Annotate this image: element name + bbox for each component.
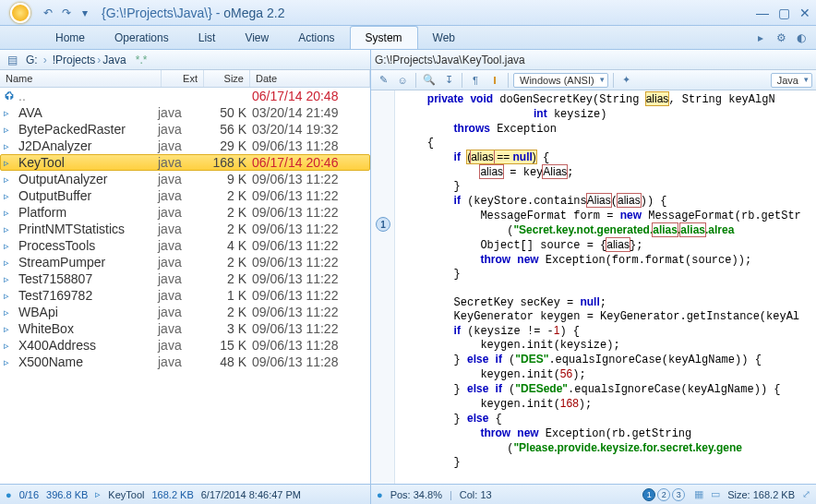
col-ext[interactable]: Ext [162, 70, 204, 87]
view-badge-3[interactable]: 3 [672, 488, 685, 501]
file-size: 2 K [200, 271, 246, 286]
file-size: 168 K [200, 155, 246, 170]
file-size: 56 K [200, 122, 246, 137]
new-tab-icon[interactable]: ▸ [753, 30, 768, 45]
file-date: 03/20/14 21:49 [246, 105, 366, 120]
status-thumb-icon[interactable]: ▦ [694, 488, 703, 500]
undo-icon[interactable]: ↶ [41, 6, 55, 20]
file-date: 09/06/13 11:22 [246, 205, 366, 220]
toolbox-icon[interactable]: ⚙ [774, 30, 788, 45]
tab-web[interactable]: Web [418, 26, 470, 49]
file-ext: java [158, 238, 200, 253]
file-date: 09/06/13 11:28 [246, 338, 366, 353]
file-ext: java [158, 105, 200, 120]
file-size: 2 K [200, 222, 246, 236]
file-row[interactable]: ▹WhiteBoxjava3 K09/06/13 11:22 [0, 320, 370, 337]
file-row[interactable]: ▹KeyTooljava168 K06/17/14 20:46 [0, 154, 370, 171]
file-row[interactable]: ▹OutputAnalyzerjava9 K09/06/13 11:22 [0, 171, 370, 187]
tools-icon[interactable]: ✦ [618, 72, 635, 89]
file-ext: java [158, 288, 200, 303]
file-size: 2 K [200, 305, 246, 319]
breadcrumb-drive[interactable]: G: [24, 54, 40, 66]
ribbon-tabs: HomeOperationsListViewActionsSystemWeb ▸… [0, 26, 816, 50]
caret-icon[interactable]: I [486, 72, 503, 89]
view-badge-1[interactable]: 1 [642, 488, 655, 501]
file-date: 09/06/13 11:28 [246, 138, 366, 153]
status-expand-icon[interactable]: ⤢ [802, 488, 810, 500]
breadcrumb-part[interactable]: Java [101, 54, 127, 66]
file-size: 3 K [200, 321, 246, 336]
status-led-icon: ● [6, 489, 12, 500]
file-row[interactable]: ▹X400Addressjava15 K09/06/13 11:28 [0, 337, 370, 354]
tab-operations[interactable]: Operations [100, 26, 184, 49]
bookmark-badge[interactable]: 1 [376, 217, 390, 232]
goto-icon[interactable]: ↧ [440, 72, 457, 89]
column-headers[interactable]: Name Ext Size Date [0, 70, 370, 88]
status-view-icon[interactable]: ▭ [711, 488, 720, 500]
qat-dropdown-icon[interactable]: ▾ [78, 6, 92, 20]
file-date: 06/17/14 20:48 [246, 89, 366, 103]
file-date: 09/06/13 11:22 [246, 271, 366, 286]
file-row[interactable]: ▹OutputBufferjava2 K09/06/13 11:22 [0, 187, 370, 204]
tab-home[interactable]: Home [41, 26, 100, 49]
file-date: 03/20/14 19:32 [246, 122, 366, 137]
file-row[interactable]: ▹Test7158807java2 K09/06/13 11:22 [0, 270, 370, 287]
file-row[interactable]: ▹Platformjava2 K09/06/13 11:22 [0, 204, 370, 221]
file-icon: ▹ [4, 174, 17, 186]
find-icon[interactable]: 🔍 [421, 72, 438, 89]
file-row[interactable]: ▹PrintNMTStatisticsjava2 K09/06/13 11:22 [0, 221, 370, 237]
code-area[interactable]: private void doGenSecretKey(String alias… [395, 90, 816, 484]
view-badge-2[interactable]: 2 [657, 488, 670, 501]
parent-dir-row[interactable]: ⮉..06/17/14 20:48 [0, 88, 370, 104]
help-icon[interactable]: ◐ [794, 30, 809, 45]
file-row[interactable]: ▹J2DAnalyzerjava29 K09/06/13 11:28 [0, 138, 370, 154]
file-filter[interactable]: *.* [136, 54, 148, 66]
app-menu-button[interactable] [6, 1, 35, 25]
file-ext: java [158, 255, 200, 270]
file-list[interactable]: ⮉..06/17/14 20:48▹AVAjava50 K03/20/14 21… [0, 88, 370, 484]
file-row[interactable]: ▹AVAjava50 K03/20/14 21:49 [0, 104, 370, 121]
file-ext: java [158, 122, 200, 137]
file-row[interactable]: ▹WBApijava2 K09/06/13 11:22 [0, 304, 370, 320]
status-led2-icon: ● [377, 489, 383, 500]
col-name[interactable]: Name [0, 70, 162, 87]
editor-gutter[interactable]: 1 [371, 90, 395, 484]
language-combo[interactable]: Java [771, 73, 812, 88]
col-size[interactable]: Size [204, 70, 250, 87]
file-ext: java [158, 138, 200, 153]
file-row[interactable]: ▹StreamPumperjava2 K09/06/13 11:22 [0, 254, 370, 270]
file-icon: ▹ [4, 140, 17, 152]
view-mode-icon[interactable]: ▤ [4, 52, 20, 68]
file-row[interactable]: ▹Test7169782java1 K09/06/13 11:22 [0, 287, 370, 304]
file-size: 2 K [200, 205, 246, 220]
maximize-button[interactable]: ▢ [778, 6, 790, 20]
tab-list[interactable]: List [184, 26, 231, 49]
file-ext: java [158, 205, 200, 220]
file-name: WhiteBox [18, 321, 158, 336]
file-size: 2 K [200, 188, 246, 203]
breadcrumb-part[interactable]: !Projects [51, 54, 98, 66]
file-name: Test7158807 [18, 271, 158, 286]
redo-icon[interactable]: ↷ [59, 6, 74, 20]
tab-system[interactable]: System [350, 26, 418, 49]
minimize-button[interactable]: — [756, 6, 769, 20]
file-name: OutputAnalyzer [18, 172, 158, 186]
file-size: 9 K [200, 172, 246, 186]
close-button[interactable]: ✕ [799, 6, 810, 20]
editor-panel: ✎ ☺ 🔍 ↧ ¶ I Windows (ANSI) ✦ Java 1 priv… [371, 70, 816, 484]
tab-view[interactable]: View [230, 26, 283, 49]
file-row[interactable]: ▹BytePackedRasterjava56 K03/20/14 19:32 [0, 121, 370, 138]
col-date[interactable]: Date [250, 70, 370, 87]
pilcrow-icon[interactable]: ¶ [467, 72, 484, 89]
edit-icon[interactable]: ☺ [394, 72, 411, 89]
file-ext: java [158, 271, 200, 286]
file-row[interactable]: ▹ProcessToolsjava4 K09/06/13 11:22 [0, 237, 370, 254]
encoding-combo[interactable]: Windows (ANSI) [513, 73, 608, 88]
file-size: 2 K [200, 255, 246, 270]
status-col: Col: 13 [460, 489, 492, 500]
file-icon: ▹ [4, 190, 17, 202]
file-row[interactable]: ▹X500Namejava48 K09/06/13 11:28 [0, 354, 370, 370]
file-name: X500Name [18, 354, 158, 369]
save-icon[interactable]: ✎ [375, 72, 391, 89]
tab-actions[interactable]: Actions [283, 26, 349, 49]
